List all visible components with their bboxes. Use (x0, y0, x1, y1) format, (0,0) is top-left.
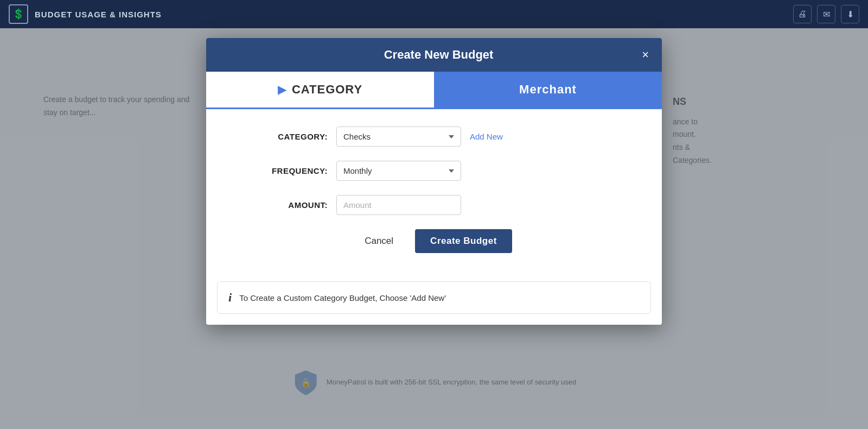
tab-merchant-label: Merchant (519, 83, 577, 97)
category-select[interactable]: Checks Food Travel Shopping Bills Entert… (336, 127, 461, 147)
info-icon: i (228, 291, 232, 305)
frequency-select[interactable]: Monthly Weekly Yearly (336, 161, 461, 181)
amount-row: AMOUNT: (250, 195, 618, 215)
topbar-title: BUDGET USAGE & INSIGHTS (35, 10, 162, 19)
info-text: To Create a Custom Category Budget, Choo… (239, 293, 446, 302)
tab-category-label: CATEGORY (292, 83, 362, 97)
add-new-link[interactable]: Add New (470, 132, 503, 141)
email-button[interactable]: ✉ (817, 5, 835, 23)
modal-title: Create New Budget (235, 48, 642, 62)
info-box: i To Create a Custom Category Budget, Ch… (217, 281, 651, 314)
logo-icon: 💲 (9, 4, 28, 24)
amount-controls (336, 195, 618, 215)
modal: Create New Budget × ▶ CATEGORY Merchant … (206, 38, 662, 325)
topbar-left: 💲 BUDGET USAGE & INSIGHTS (9, 4, 162, 24)
modal-header: Create New Budget × (206, 38, 662, 72)
category-label: CATEGORY: (250, 132, 336, 141)
print-button[interactable]: 🖨 (793, 5, 812, 23)
topbar: 💲 BUDGET USAGE & INSIGHTS 🖨 ✉ ⬇ (0, 0, 868, 28)
tab-category[interactable]: ▶ CATEGORY (206, 72, 434, 109)
frequency-row: FREQUENCY: Monthly Weekly Yearly (250, 161, 618, 181)
cancel-button[interactable]: Cancel (356, 230, 402, 252)
frequency-label: FREQUENCY: (250, 166, 336, 175)
topbar-actions: 🖨 ✉ ⬇ (793, 5, 859, 23)
modal-body: CATEGORY: Checks Food Travel Shopping Bi… (206, 109, 662, 281)
create-budget-button[interactable]: Create Budget (415, 229, 512, 253)
modal-tabs: ▶ CATEGORY Merchant (206, 72, 662, 109)
form-actions: Cancel Create Budget (250, 229, 618, 253)
frequency-controls: Monthly Weekly Yearly (336, 161, 618, 181)
category-row: CATEGORY: Checks Food Travel Shopping Bi… (250, 127, 618, 147)
download-button[interactable]: ⬇ (841, 5, 859, 23)
category-controls: Checks Food Travel Shopping Bills Entert… (336, 127, 618, 147)
amount-label: AMOUNT: (250, 200, 336, 210)
tab-category-arrow: ▶ (278, 83, 286, 96)
tab-merchant[interactable]: Merchant (434, 72, 662, 108)
modal-backdrop: Create New Budget × ▶ CATEGORY Merchant … (0, 28, 868, 429)
modal-close-button[interactable]: × (642, 49, 649, 61)
amount-input[interactable] (336, 195, 461, 215)
